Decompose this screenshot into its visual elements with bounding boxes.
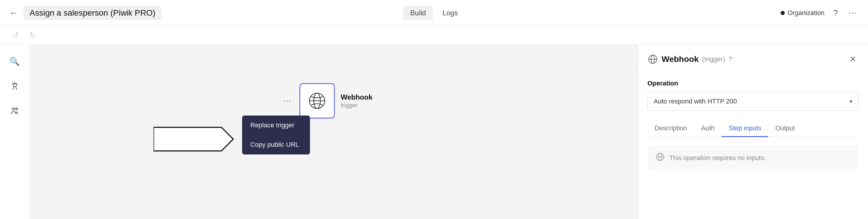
panel-header: Webhook (trigger) ? ✕ [638,45,868,71]
toolbar: ↺ ↻ [0,26,868,45]
node-label: Webhook trigger [341,93,373,109]
chevron-down-icon: ▾ [849,98,852,105]
org-dot [781,11,785,15]
page-title: Assign a salesperson (Piwik PRO) [24,6,161,20]
tab-description[interactable]: Description [647,120,694,137]
panel-title-group: Webhook (trigger) ? [647,54,843,65]
help-button[interactable]: ? [831,6,840,20]
trigger-arrow [154,126,236,153]
panel-subtitle: (trigger) [702,56,725,63]
left-sidebar: 🔍 [0,45,30,219]
no-inputs-section: This operation requires no inputs. [647,145,859,170]
no-inputs-text: This operation requires no inputs. [669,154,766,162]
top-bar: ← Assign a salesperson (Piwik PRO) Build… [0,0,868,26]
org-indicator: Organization [781,9,825,17]
right-panel: Webhook (trigger) ? ✕ Operation Auto res… [638,45,868,219]
panel-close-button[interactable]: ✕ [847,53,859,65]
tab-output[interactable]: Output [768,120,802,137]
svg-point-1 [16,108,18,110]
sidebar-item-connect[interactable] [6,78,23,94]
tab-step-inputs[interactable]: Step inputs [721,120,768,137]
redo-button[interactable]: ↻ [27,29,39,42]
tab-auth[interactable]: Auth [694,120,721,137]
operation-value: Auto respond with HTTP 200 [654,98,737,105]
operation-label: Operation [647,80,859,87]
undo-button[interactable]: ↺ [9,29,22,42]
webhook-node: ⋯ Webhook trigger [280,83,373,118]
more-button[interactable]: ⋯ [847,6,859,20]
panel-body: Operation Auto respond with HTTP 200 ▾ D… [638,71,868,219]
panel-webhook-icon [647,54,658,65]
node-more-button[interactable]: ⋯ [280,95,293,107]
context-replace-trigger[interactable]: Replace trigger [242,115,310,135]
main-layout: 🔍 ⋯ [0,45,868,219]
operation-dropdown[interactable]: Auto respond with HTTP 200 ▾ [647,92,859,111]
sidebar-item-team[interactable] [6,103,23,119]
globe-icon [308,92,327,110]
context-menu: Replace trigger Copy public URL [242,115,310,154]
center-tabs: Build Logs [403,6,465,20]
context-copy-url[interactable]: Copy public URL [242,135,310,154]
panel-help-icon[interactable]: ? [728,56,732,63]
sidebar-item-search[interactable]: 🔍 [6,53,23,70]
no-inputs-icon [656,152,664,163]
node-name: Webhook [341,93,373,101]
svg-marker-2 [154,127,233,151]
tab-logs[interactable]: Logs [435,6,465,20]
panel-title: Webhook [662,54,699,64]
back-button[interactable]: ← [9,8,18,18]
right-area: Organization ? ⋯ [781,6,859,20]
svg-point-0 [12,108,15,110]
node-card[interactable] [299,83,335,118]
org-label: Organization [788,9,825,17]
panel-tabs: Description Auth Step inputs Output [647,120,859,137]
node-type: trigger [341,102,373,109]
tab-build[interactable]: Build [403,6,433,20]
canvas-area: ⋯ Webhook trigger Replace trigger Copy p… [30,45,638,219]
